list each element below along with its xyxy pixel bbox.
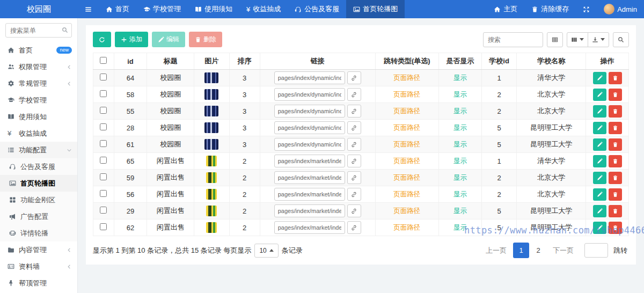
columns-button[interactable] (567, 32, 588, 47)
cell-visible[interactable]: 显示 (439, 86, 482, 103)
column-header-6[interactable]: 是否显示 (439, 53, 482, 70)
row-edit-button[interactable] (593, 89, 606, 101)
prev-page-button[interactable]: 上一页 (480, 243, 512, 258)
page-jump-input[interactable] (584, 243, 608, 258)
column-header-1[interactable]: 标题 (147, 53, 194, 70)
topnav-item-5[interactable]: 首页轮播图 (346, 0, 405, 18)
page-jump-button[interactable]: 跳转 (612, 246, 629, 255)
sidebar-item-11[interactable]: 详情轮播 (0, 225, 77, 241)
row-edit-button[interactable] (593, 222, 606, 234)
select-all-checkbox[interactable] (100, 57, 107, 64)
row-checkbox[interactable] (100, 123, 107, 130)
link-button[interactable] (347, 221, 361, 234)
link-input[interactable] (274, 71, 345, 84)
sidebar-item-1[interactable]: 权限管理 (0, 58, 77, 75)
sidebar-item-7[interactable]: 公告及客服 (0, 158, 77, 175)
fullscreen-button[interactable] (576, 0, 597, 18)
user-menu[interactable]: Admin (597, 0, 644, 18)
row-delete-button[interactable] (609, 172, 622, 184)
link-button[interactable] (347, 155, 361, 167)
link-button[interactable] (347, 121, 361, 134)
row-edit-button[interactable] (593, 122, 606, 134)
row-checkbox[interactable] (100, 207, 107, 214)
row-delete-button[interactable] (609, 122, 622, 134)
row-thumbnail[interactable] (206, 222, 217, 233)
link-input[interactable] (274, 155, 345, 167)
link-button[interactable] (347, 171, 361, 184)
row-edit-button[interactable] (593, 205, 606, 217)
sidebar-item-12[interactable]: 内容管理 (0, 241, 77, 258)
search-toggle-button[interactable] (613, 32, 629, 47)
row-delete-button[interactable] (609, 222, 622, 234)
sidebar-item-13[interactable]: 资料墙 (0, 258, 77, 275)
row-checkbox[interactable] (100, 90, 107, 97)
cell-visible[interactable]: 显示 (439, 120, 482, 136)
row-checkbox[interactable] (100, 223, 107, 230)
column-header-4[interactable]: 链接 (260, 53, 375, 70)
row-thumbnail[interactable] (204, 72, 218, 83)
page-size-select[interactable]: 10 (254, 244, 278, 258)
link-button[interactable] (347, 105, 361, 118)
cell-visible[interactable]: 显示 (439, 219, 482, 236)
topnav-item-1[interactable]: 学校管理 (136, 0, 188, 18)
sidebar-item-9[interactable]: 功能金刚区 (0, 192, 77, 208)
link-input[interactable] (274, 88, 345, 101)
row-checkbox[interactable] (100, 190, 107, 197)
sidebar-item-4[interactable]: 使用须知 (0, 108, 77, 125)
topbar-home-link[interactable]: 主页 (487, 0, 524, 18)
refresh-button[interactable] (93, 32, 111, 47)
link-input[interactable] (274, 221, 345, 234)
sidebar-item-8[interactable]: 首页轮播图 (0, 175, 77, 192)
next-page-button[interactable]: 下一页 (547, 243, 579, 258)
row-delete-button[interactable] (609, 89, 622, 101)
row-delete-button[interactable] (609, 205, 622, 217)
row-delete-button[interactable] (609, 155, 622, 167)
row-edit-button[interactable] (593, 72, 606, 84)
link-button[interactable] (347, 138, 361, 151)
column-header-5[interactable]: 跳转类型(单选) (375, 53, 439, 70)
table-search-input[interactable] (483, 32, 543, 47)
sidebar-item-10[interactable]: 广告配置 (0, 208, 77, 225)
topnav-item-3[interactable]: ¥收益抽成 (239, 0, 288, 18)
sidebar-item-2[interactable]: 常规管理 (0, 75, 77, 92)
link-button[interactable] (347, 188, 361, 201)
topnav-item-2[interactable]: 使用须知 (188, 0, 239, 18)
row-thumbnail[interactable] (204, 139, 218, 150)
cell-visible[interactable]: 显示 (439, 186, 482, 203)
row-thumbnail[interactable] (204, 106, 218, 116)
column-header-3[interactable]: 排序 (229, 53, 260, 70)
sidebar-item-0[interactable]: 首页new (0, 42, 77, 58)
sidebar-item-14[interactable]: 帮顶管理 (0, 275, 77, 291)
cell-visible[interactable]: 显示 (439, 153, 482, 170)
row-delete-button[interactable] (609, 72, 622, 84)
column-header-2[interactable]: 图片 (194, 53, 229, 70)
row-thumbnail[interactable] (204, 89, 218, 100)
row-thumbnail[interactable] (206, 189, 217, 200)
sidebar-toggle-button[interactable] (78, 0, 99, 18)
row-thumbnail[interactable] (204, 122, 218, 133)
row-thumbnail[interactable] (206, 172, 217, 183)
link-input[interactable] (274, 188, 345, 201)
topnav-item-0[interactable]: 首页 (99, 0, 136, 18)
link-input[interactable] (274, 204, 345, 217)
row-thumbnail[interactable] (206, 206, 217, 216)
row-checkbox[interactable] (100, 140, 107, 147)
cell-visible[interactable]: 显示 (439, 103, 482, 120)
edit-button[interactable]: 编辑 (152, 32, 185, 47)
cell-visible[interactable]: 显示 (439, 170, 482, 186)
row-edit-button[interactable] (593, 138, 606, 151)
column-header-8[interactable]: 学校名称 (517, 53, 586, 70)
row-delete-button[interactable] (609, 105, 622, 118)
column-header-0[interactable]: id (114, 53, 147, 70)
column-header-7[interactable]: 学校id (481, 53, 516, 70)
page-button-2[interactable]: 2 (530, 243, 546, 258)
link-input[interactable] (274, 171, 345, 184)
add-button[interactable]: 添加 (115, 32, 148, 47)
row-checkbox[interactable] (100, 173, 107, 180)
link-button[interactable] (347, 88, 361, 101)
cell-visible[interactable]: 显示 (439, 203, 482, 219)
link-input[interactable] (274, 121, 345, 134)
delete-button[interactable]: 删除 (189, 32, 222, 47)
sidebar-item-3[interactable]: 学校管理 (0, 92, 77, 108)
link-input[interactable] (274, 105, 345, 118)
